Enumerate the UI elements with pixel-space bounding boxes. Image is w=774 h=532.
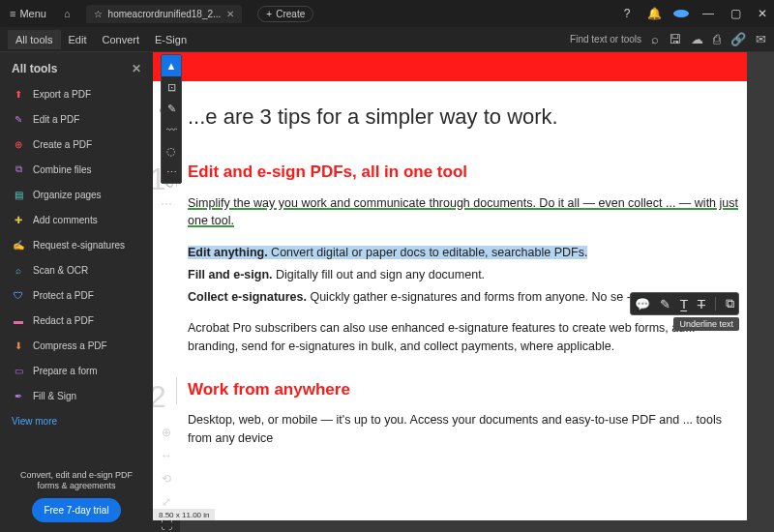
sidebar-item[interactable]: ✍Request e-signatures: [0, 232, 153, 257]
fill-esign-bold: Fill and e-sign.: [188, 268, 273, 281]
sidebar-item-icon: ✒: [12, 389, 25, 402]
section-2-title: Work from anywhere: [188, 377, 747, 402]
strikethrough-icon[interactable]: T̶: [698, 297, 705, 311]
create-tab-button[interactable]: + Create: [257, 6, 313, 22]
collect-bold: Collect e-signatures.: [188, 290, 307, 304]
menu-convert[interactable]: Convert: [95, 30, 148, 49]
sidebar-item[interactable]: ⌕Scan & OCR: [0, 257, 153, 282]
minimize-icon[interactable]: —: [700, 7, 716, 20]
home-icon[interactable]: ⌂: [64, 8, 71, 19]
sidebar-item[interactable]: ▬Redact a PDF: [0, 308, 153, 333]
print-icon[interactable]: ⎙: [713, 32, 721, 46]
page-banner: [153, 52, 747, 81]
sidebar-item[interactable]: ⬆Export a PDF: [0, 81, 153, 106]
rotate-icon[interactable]: ⟲: [162, 472, 171, 486]
draw-tool-icon[interactable]: 〰: [162, 119, 181, 140]
fit-page-icon[interactable]: ⤢: [162, 495, 171, 509]
search-label[interactable]: Find text or tools: [570, 34, 641, 44]
sidebar-item-label: Compress a PDF: [33, 340, 107, 351]
sidebar-item-icon: ✎: [12, 112, 25, 126]
underline-tooltip: Underline text: [673, 317, 739, 331]
promo-text: Convert, edit and e-sign PDF forms & agr…: [10, 470, 143, 492]
sidebar-item[interactable]: ▤Organize pages: [0, 182, 153, 207]
edit-anything-text: Convert digital or paper docs to editabl…: [268, 246, 588, 259]
menu-esign[interactable]: E-Sign: [147, 30, 194, 49]
close-window-icon[interactable]: ✕: [755, 7, 770, 20]
fullscreen-icon[interactable]: ⛶: [161, 518, 172, 532]
view-more-link[interactable]: View more: [0, 408, 153, 434]
close-tab-icon[interactable]: ✕: [226, 9, 234, 19]
close-sidebar-icon[interactable]: ✕: [132, 62, 141, 75]
page-heading: ...e are 3 tips for a simpler way to wor…: [188, 101, 747, 133]
link-icon[interactable]: 🔗: [730, 32, 746, 46]
underline-icon[interactable]: T̲: [680, 297, 688, 311]
maximize-icon[interactable]: ▢: [728, 7, 743, 20]
document-tab[interactable]: ☆ homeacrordrunified18_2... ✕: [86, 5, 243, 23]
help-icon[interactable]: ?: [619, 7, 635, 20]
sidebar-item[interactable]: ✚Add comments: [0, 207, 153, 232]
sidebar: All tools ✕ ⬆Export a PDF✎Edit a PDF⊕Cre…: [0, 52, 153, 532]
pdf-page[interactable]: ...e are 3 tips for a simpler way to wor…: [153, 52, 747, 520]
highlight-tool-icon[interactable]: ✎: [162, 98, 181, 119]
sidebar-item[interactable]: ✒Fill & Sign: [0, 383, 153, 408]
account-icon[interactable]: [673, 10, 689, 17]
erase-tool-icon[interactable]: ◌: [162, 140, 181, 162]
save-icon[interactable]: 🖫: [669, 32, 681, 46]
sidebar-item[interactable]: ⬇Compress a PDF: [0, 333, 153, 358]
zoom-ctrl-icon[interactable]: ⊕: [162, 426, 171, 439]
hamburger-icon: ≡: [10, 8, 15, 19]
sidebar-item[interactable]: ✎Edit a PDF: [0, 106, 153, 132]
sidebar-title: All tools: [12, 62, 57, 75]
menubar-right: Find text or tools ⌕ 🖫 ☁ ⎙ 🔗 ✉: [570, 32, 766, 46]
section-2: Work from anywhere: [188, 377, 747, 402]
page-content: ...e are 3 tips for a simpler way to wor…: [153, 81, 747, 461]
highlight-icon[interactable]: ✎: [660, 297, 670, 311]
edit-anything-line: Edit anything. Convert digital or paper …: [188, 244, 747, 262]
edit-anything-bold: Edit anything.: [188, 246, 268, 259]
star-icon: ☆: [94, 9, 103, 19]
menu-label: Menu: [19, 8, 46, 19]
search-icon[interactable]: ⌕: [651, 32, 659, 46]
sidebar-item[interactable]: ⊕Create a PDF: [0, 132, 153, 157]
sidebar-item-label: Scan & OCR: [33, 265, 88, 276]
sidebar-item-label: Fill & Sign: [33, 391, 76, 401]
create-label: Create: [276, 9, 305, 19]
hand-tool-icon[interactable]: ⊡: [162, 76, 181, 98]
sidebar-item-icon: ⬆: [12, 87, 25, 101]
intro-link[interactable]: Simplify the way you work and communicat…: [188, 196, 738, 228]
titlebar: ≡ Menu ⌂ ☆ homeacrordrunified18_2... ✕ +…: [0, 0, 774, 27]
cloud-icon[interactable]: ☁: [691, 32, 703, 46]
sidebar-item[interactable]: 🛡Protect a PDF: [0, 282, 153, 308]
menu-all-tools[interactable]: All tools: [8, 30, 61, 49]
hamburger-menu[interactable]: ≡ Menu: [4, 6, 52, 21]
sidebar-item-label: Add comments: [33, 215, 98, 225]
sidebar-item-icon: ⌕: [12, 263, 25, 277]
main-area: All tools ✕ ⬆Export a PDF✎Edit a PDF⊕Cre…: [0, 52, 774, 532]
more-panel-icon[interactable]: ⋯: [161, 197, 172, 211]
titlebar-left: ≡ Menu ⌂ ☆ homeacrordrunified18_2... ✕ +…: [4, 5, 313, 23]
sidebar-item-icon: ⬇: [12, 339, 25, 352]
sidebar-item-icon: ▬: [12, 313, 25, 327]
sidebar-item-icon: ▭: [12, 364, 25, 377]
menu-edit[interactable]: Edit: [61, 30, 95, 49]
section-2-text: Desktop, web, or mobile — it's up to you…: [188, 411, 747, 448]
free-trial-button[interactable]: Free 7-day trial: [32, 498, 120, 522]
promo-box: Convert, edit and e-sign PDF forms & agr…: [0, 460, 153, 532]
sidebar-item-label: Export a PDF: [33, 89, 91, 100]
more-tool-icon[interactable]: ⋯: [162, 162, 181, 183]
sidebar-item-icon: ✚: [12, 213, 25, 226]
sidebar-header: All tools ✕: [0, 52, 153, 81]
sidebar-item[interactable]: ⧉Combine files: [0, 157, 153, 182]
comment-icon[interactable]: 💬: [635, 297, 650, 311]
tab-title: homeacrordrunified18_2...: [108, 9, 222, 19]
select-tool-icon[interactable]: ▲: [162, 55, 181, 76]
selection-toolbar: ▲ ⊡ ✎ 〰 ◌ ⋯: [161, 54, 182, 184]
sidebar-item[interactable]: ▭Prepare a form: [0, 358, 153, 383]
menubar: All tools Edit Convert E-Sign Find text …: [0, 27, 774, 52]
fit-width-icon[interactable]: ↔: [161, 449, 172, 462]
bell-icon[interactable]: 🔔: [646, 7, 662, 20]
annotation-toolbar: 💬 ✎ T̲ T̶ ⧉: [630, 292, 739, 315]
copy-icon[interactable]: ⧉: [726, 296, 734, 311]
share-icon[interactable]: ✉: [756, 32, 766, 46]
sidebar-item-icon: ▤: [12, 188, 25, 201]
